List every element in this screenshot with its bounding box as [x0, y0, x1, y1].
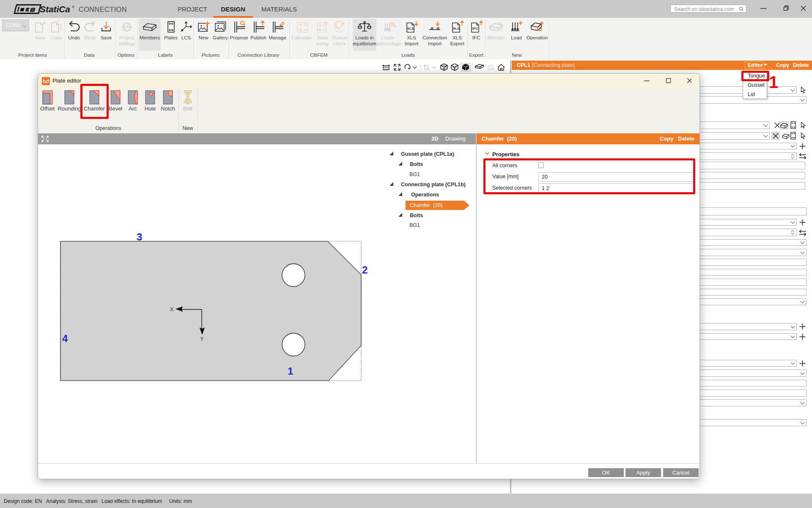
svg-text:Y: Y: [200, 336, 204, 342]
svg-text:StatiCa: StatiCa: [40, 4, 70, 14]
svg-text:1: 1: [288, 365, 293, 377]
svg-text:2: 2: [362, 264, 368, 276]
svg-text:®: ®: [72, 5, 74, 9]
svg-text:4: 4: [62, 333, 68, 344]
svg-text:IFC: IFC: [472, 27, 478, 30]
svg-text:XLS: XLS: [453, 27, 460, 30]
svg-text:X: X: [170, 306, 174, 312]
svg-text:XLS: XLS: [407, 27, 414, 30]
svg-text:3: 3: [137, 231, 142, 243]
